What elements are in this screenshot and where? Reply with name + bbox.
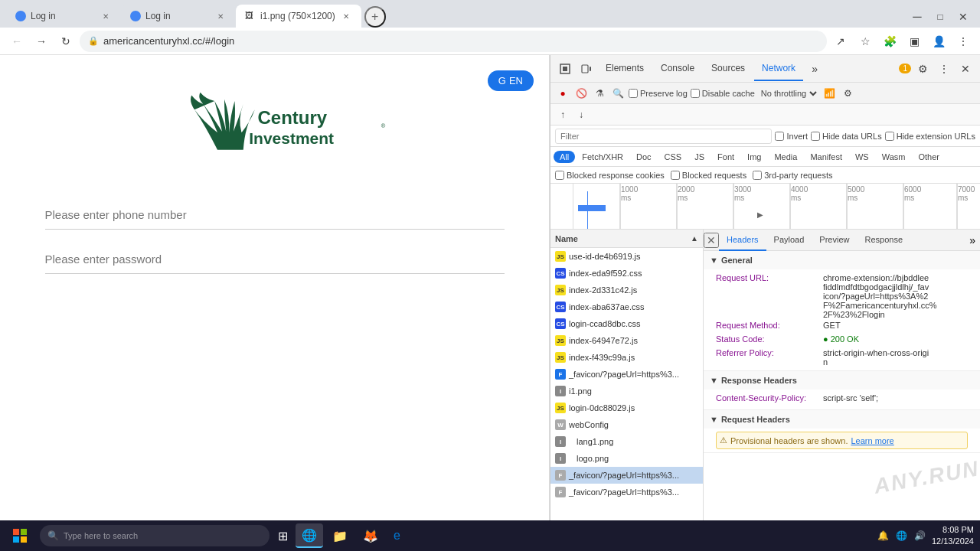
tab-2-close[interactable]: ✕: [214, 10, 227, 22]
file-item-7[interactable]: F _favicon/?pageUrl=https%3...: [550, 366, 703, 383]
forward-button[interactable]: →: [31, 31, 52, 52]
h-tab-preview[interactable]: Preview: [812, 230, 857, 251]
search-input[interactable]: [64, 531, 262, 540]
file-item-11[interactable]: I lang1.png: [550, 433, 703, 450]
back-button[interactable]: ←: [6, 31, 28, 52]
bookmark-button[interactable]: ☆: [854, 31, 876, 52]
file-item-14[interactable]: F _favicon/?pageUrl=https%3...: [550, 484, 703, 500]
preserve-log-label[interactable]: Preserve log: [629, 89, 688, 98]
type-tab-doc[interactable]: Doc: [630, 151, 658, 163]
menu-button[interactable]: ⋮: [952, 31, 974, 52]
h-tab-headers[interactable]: Headers: [719, 230, 766, 251]
password-input[interactable]: [45, 245, 505, 274]
file-item-6[interactable]: JS index-f439c99a.js: [550, 349, 703, 366]
invert-label[interactable]: Invert: [775, 132, 808, 141]
more-tabs-button[interactable]: »: [805, 59, 825, 79]
tab-sources[interactable]: Sources: [704, 57, 753, 81]
language-button[interactable]: G EN: [488, 70, 534, 91]
headers-close-button[interactable]: ✕: [704, 233, 719, 248]
search-button[interactable]: 🔍: [610, 86, 626, 101]
preserve-log-checkbox[interactable]: [629, 89, 638, 98]
maximize-button[interactable]: □: [929, 6, 951, 28]
refresh-button[interactable]: ↻: [55, 31, 77, 52]
profile-button[interactable]: 👤: [928, 31, 949, 52]
tab-1-close[interactable]: ✕: [100, 10, 112, 22]
clear-button[interactable]: 🚫: [573, 86, 589, 101]
tab-1[interactable]: Log in ✕: [6, 5, 121, 28]
blocked-resp-cookies-label[interactable]: Blocked response cookies: [555, 171, 665, 180]
upload-icon[interactable]: ↑: [555, 107, 570, 122]
disable-cache-checkbox[interactable]: [691, 89, 700, 98]
file-item-8[interactable]: I i1.png: [550, 383, 703, 399]
type-tab-font[interactable]: Font: [711, 151, 740, 163]
file-explorer-taskbar-item[interactable]: 📁: [326, 523, 354, 548]
edge-taskbar-item[interactable]: e: [387, 523, 407, 548]
network-settings-button[interactable]: ⚙: [841, 86, 856, 101]
minimize-button[interactable]: ─: [906, 6, 928, 28]
file-item-13[interactable]: F _favicon/?pageUrl=https%3...: [550, 467, 703, 484]
invert-checkbox[interactable]: [775, 132, 784, 141]
address-bar[interactable]: 🔒 americancenturyhxl.cc/#/login: [80, 31, 827, 52]
request-headers-section-header[interactable]: ▼ Request Headers: [704, 410, 980, 429]
blocked-requests-checkbox[interactable]: [671, 171, 680, 180]
type-tab-manifest[interactable]: Manifest: [804, 151, 848, 163]
chrome-taskbar-item[interactable]: 🌐: [296, 523, 323, 548]
start-button[interactable]: [6, 522, 34, 549]
hide-ext-urls-label[interactable]: Hide extension URLs: [885, 132, 975, 141]
file-item-3[interactable]: CS index-aba637ae.css: [550, 298, 703, 315]
file-item-1[interactable]: CS index-eda9f592.css: [550, 265, 703, 282]
file-item-9[interactable]: JS login-0dc88029.js: [550, 399, 703, 416]
h-tab-response[interactable]: Response: [857, 230, 910, 251]
hide-data-urls-checkbox[interactable]: [811, 132, 820, 141]
file-list-sort[interactable]: ▲: [691, 234, 698, 243]
share-button[interactable]: ↗: [830, 31, 851, 52]
new-tab-button[interactable]: +: [364, 6, 386, 28]
close-button[interactable]: ✕: [952, 6, 974, 28]
type-tab-other[interactable]: Other: [912, 151, 946, 163]
sidebar-button[interactable]: ▣: [903, 31, 925, 52]
file-item-4[interactable]: CS login-ccad8dbc.css: [550, 315, 703, 332]
download-icon[interactable]: ↓: [573, 107, 589, 122]
type-tab-ws[interactable]: WS: [849, 151, 875, 163]
extensions-button[interactable]: 🧩: [879, 31, 900, 52]
third-party-checkbox[interactable]: [753, 171, 762, 180]
type-tab-img[interactable]: Img: [741, 151, 767, 163]
h-tab-payload[interactable]: Payload: [766, 230, 812, 251]
tab-elements[interactable]: Elements: [598, 57, 652, 81]
tab-console[interactable]: Console: [653, 57, 702, 81]
learn-more-link[interactable]: Learn more: [851, 436, 893, 445]
phone-input[interactable]: [45, 201, 505, 230]
general-section-header[interactable]: ▼ General: [704, 251, 980, 269]
file-item-2[interactable]: JS index-2d331c42.js: [550, 282, 703, 298]
response-headers-section-header[interactable]: ▼ Response Headers: [704, 371, 980, 390]
tab-network[interactable]: Network: [754, 57, 803, 81]
type-tab-js[interactable]: JS: [688, 151, 710, 163]
devtools-settings-button[interactable]: ⚙: [913, 59, 933, 79]
device-mode-button[interactable]: [577, 59, 596, 79]
task-view-button[interactable]: ⊞: [273, 526, 292, 546]
hide-data-urls-label[interactable]: Hide data URLs: [811, 132, 882, 141]
devtools-more-button[interactable]: ⋮: [934, 59, 954, 79]
filter-input[interactable]: [555, 129, 772, 144]
type-tab-css[interactable]: CSS: [658, 151, 688, 163]
throttle-select[interactable]: No throttling: [758, 88, 819, 99]
volume-icon[interactable]: 🔊: [913, 529, 927, 543]
third-party-label[interactable]: 3rd-party requests: [753, 171, 832, 180]
tab-3[interactable]: 🖼 i1.png (750×1200) ✕: [236, 5, 361, 28]
inspect-element-button[interactable]: [555, 59, 575, 79]
notification-icon[interactable]: 🔔: [877, 529, 890, 543]
network-icon[interactable]: 🌐: [895, 529, 909, 543]
file-item-12[interactable]: I logo.png: [550, 450, 703, 467]
type-tab-all[interactable]: All: [554, 151, 575, 163]
type-tab-wasm[interactable]: Wasm: [876, 151, 912, 163]
search-box[interactable]: 🔍: [40, 525, 270, 546]
firefox-taskbar-item[interactable]: 🦊: [357, 523, 384, 548]
file-item-0[interactable]: JS use-id-de4b6919.js: [550, 248, 703, 265]
file-item-5[interactable]: JS index-64947e72.js: [550, 332, 703, 349]
devtools-close-button[interactable]: ✕: [956, 59, 975, 79]
record-button[interactable]: ●: [555, 86, 570, 101]
hide-ext-urls-checkbox[interactable]: [885, 132, 894, 141]
type-tab-fetch[interactable]: Fetch/XHR: [576, 151, 629, 163]
type-tab-media[interactable]: Media: [768, 151, 803, 163]
disable-cache-label[interactable]: Disable cache: [691, 89, 755, 98]
